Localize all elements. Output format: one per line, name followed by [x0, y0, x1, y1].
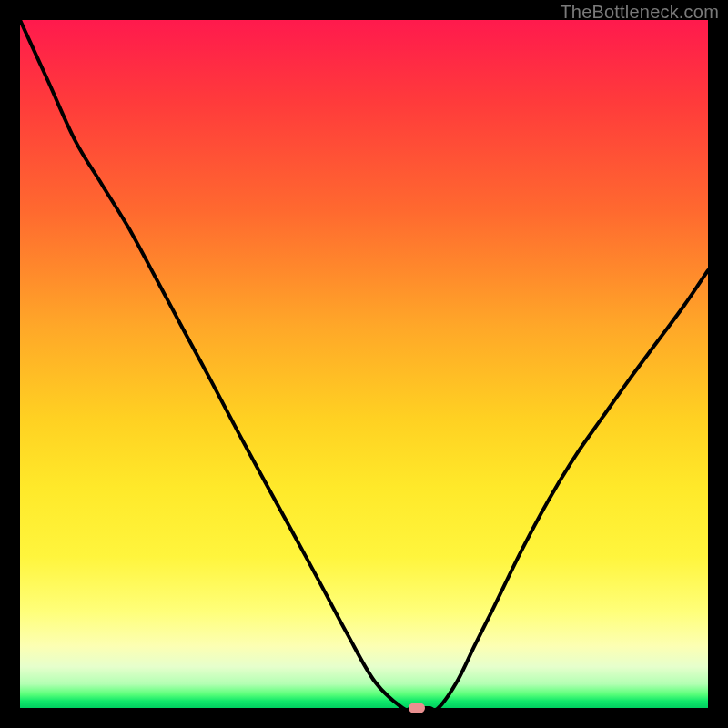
plot-area — [20, 20, 708, 708]
chart-frame: TheBottleneck.com — [0, 0, 728, 728]
optimal-point-marker — [409, 703, 425, 713]
watermark-text: TheBottleneck.com — [560, 2, 719, 23]
bottleneck-curve — [20, 20, 708, 708]
